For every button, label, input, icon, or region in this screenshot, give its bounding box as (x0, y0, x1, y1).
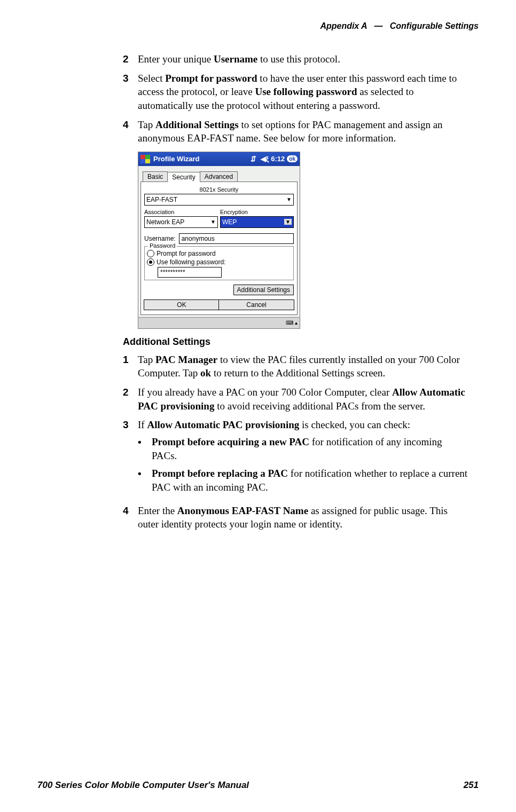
chevron-down-icon: ▼ (284, 219, 292, 225)
header-dash: — (374, 21, 382, 30)
label-encryption: Encryption (220, 209, 294, 215)
radio-use-following-label: Use following password: (157, 258, 225, 266)
radio-prompt-label: Prompt for password (157, 250, 216, 257)
step-item: 4Enter the Anonymous EAP-FAST Name as as… (123, 504, 468, 531)
bullet-list: •Prompt before acquiring a new PAC for n… (138, 435, 468, 494)
tab-advanced[interactable]: Advanced (200, 171, 238, 182)
additional-settings-button[interactable]: Additional Settings (233, 285, 294, 295)
step-item: 3If Allow Automatic PAC provisioning is … (123, 418, 468, 498)
chevron-down-icon: ▼ (286, 196, 292, 202)
ok-button[interactable]: ok (287, 155, 298, 162)
radio-use-following[interactable] (147, 258, 154, 266)
label-association: Association (144, 209, 218, 215)
window-title: Profile Wizard (153, 155, 248, 163)
chevron-down-icon: ▼ (210, 219, 216, 225)
step-item: 2If you already have a PAC on your 700 C… (123, 385, 468, 413)
header-appendix: Appendix A (320, 21, 367, 30)
step-item: 1Tap PAC Manager to view the PAC files c… (123, 353, 468, 380)
additional-settings-heading: Additional Settings (123, 336, 468, 348)
header-section: Configurable Settings (390, 21, 479, 30)
username-input[interactable]: anonymous (179, 233, 294, 244)
password-group-title: Password (148, 242, 177, 249)
combo-association-value: Network EAP (146, 218, 184, 226)
bullet-dot: • (138, 435, 152, 449)
tab-strip: Basic Security Advanced (143, 171, 300, 182)
tab-basic[interactable]: Basic (143, 171, 168, 182)
tab-security[interactable]: Security (167, 172, 200, 182)
page-footer: 700 Series Color Mobile Computer User's … (37, 780, 479, 791)
password-group: Password Prompt for password Use followi… (144, 246, 294, 280)
titlebar: Profile Wizard ⇵ ◀ξ 6:12 ok (138, 152, 300, 166)
page-header: Appendix A — Configurable Settings (37, 21, 479, 31)
keyboard-icon[interactable]: ⌨ ▴ (286, 320, 298, 326)
footer-page-number: 251 (464, 780, 479, 791)
step-item: 3Select Prompt for password to have the … (123, 72, 468, 113)
step-number: 2 (123, 52, 138, 66)
connectivity-icon[interactable]: ⇵ (251, 155, 256, 163)
step-number: 2 (123, 385, 138, 399)
bullet-item: •Prompt before acquiring a new PAC for n… (138, 435, 468, 462)
radio-prompt[interactable] (147, 250, 154, 257)
step-number: 4 (123, 118, 138, 132)
combo-encryption-value: WEP (222, 218, 237, 226)
password-value: ********** (160, 269, 185, 276)
step-item: 4Tap Additional Settings to set options … (123, 118, 468, 145)
combo-8021x-value: EAP-FAST (146, 196, 177, 203)
bullet-dot: • (138, 467, 152, 480)
steps-top-list: 2Enter your unique Username to use this … (123, 52, 468, 145)
label-8021x: 8021x Security (144, 186, 294, 193)
step-number: 4 (123, 504, 138, 518)
step-item: 2Enter your unique Username to use this … (123, 52, 468, 66)
cancel-form-button[interactable]: Cancel (218, 299, 294, 310)
step-number: 1 (123, 353, 138, 367)
profile-wizard-screenshot: Profile Wizard ⇵ ◀ξ 6:12 ok Basic Securi… (138, 152, 300, 329)
ok-form-button[interactable]: OK (144, 299, 220, 310)
combo-association[interactable]: Network EAP ▼ (144, 216, 218, 228)
security-panel: 8021x Security EAP-FAST ▼ Association Ne… (140, 182, 298, 315)
step-number: 3 (123, 72, 138, 85)
password-input[interactable]: ********** (158, 267, 222, 278)
bullet-item: •Prompt before replacing a PAC for notif… (138, 467, 468, 494)
clock-text: 6:12 (271, 155, 285, 163)
username-label: Username: (144, 235, 176, 242)
step-number: 3 (123, 418, 138, 432)
username-value: anonymous (182, 235, 215, 242)
combo-8021x[interactable]: EAP-FAST ▼ (144, 194, 294, 206)
steps-bottom-list: 1Tap PAC Manager to view the PAC files c… (123, 353, 468, 531)
start-icon[interactable] (140, 155, 150, 163)
footer-manual-title: 700 Series Color Mobile Computer User's … (37, 780, 249, 791)
volume-icon[interactable]: ◀ξ (261, 155, 269, 163)
sip-bar: ⌨ ▴ (138, 317, 300, 328)
combo-encryption[interactable]: WEP ▼ (220, 216, 294, 228)
